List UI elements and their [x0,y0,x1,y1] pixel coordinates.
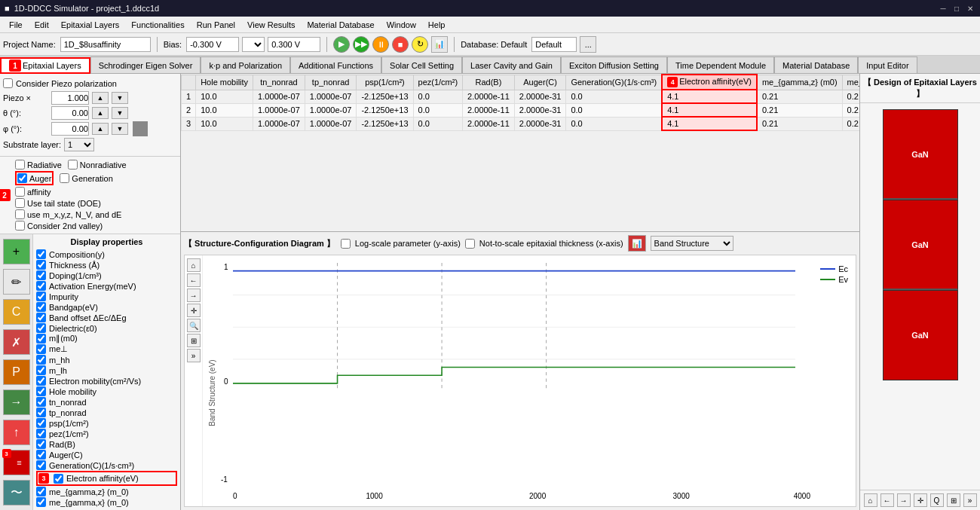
prop-checkbox-0[interactable] [36,249,46,259]
prop-checkbox-15[interactable] [36,408,46,417]
menu-functionalities[interactable]: Functionalities [125,19,190,31]
grid-icon[interactable]: ⊞ [187,334,201,347]
arrow-left-icon[interactable]: ← [187,273,201,287]
prop-checkbox-20[interactable] [36,460,46,470]
data-table-container[interactable]: Hole mobilitytn_nonradtp_nonradpsp(1/cm²… [181,74,859,232]
prop-checkbox-13[interactable] [36,386,46,396]
nonradiative-checkbox[interactable] [68,160,78,169]
wave-icon[interactable]: 〜 [3,480,30,505]
menu-help[interactable]: Help [422,19,452,31]
tab-epitaxial-layers[interactable]: 1 Epitaxial Layers [0,57,90,74]
p-icon[interactable]: P [3,359,30,385]
tab-exciton-diffusion[interactable]: Exciton Diffusion Setting [561,56,667,73]
crosshair-icon[interactable]: ✛ [187,304,201,317]
database-input[interactable] [531,37,577,52]
tab-laser-cavity[interactable]: Laser Cavity and Gain [462,56,561,73]
generation-checkbox[interactable] [60,173,69,183]
right-more-icon[interactable]: » [963,493,977,507]
prop-checkbox-9[interactable] [36,344,46,354]
prop-checkbox-8[interactable] [36,334,46,344]
piezo-x-input[interactable] [51,91,89,105]
tab-solar-cell[interactable]: Solar Cell Setting [381,56,462,73]
tab-kp-polarization[interactable]: k·p and Polarization [201,56,290,73]
phi-down[interactable]: ▼ [112,123,128,135]
affinity-checkbox[interactable] [15,187,25,197]
prop-checkbox-5[interactable] [36,302,46,312]
not-to-scale-checkbox[interactable] [465,239,475,249]
stop-button[interactable]: ■ [392,36,409,53]
prop-checkbox-1[interactable] [36,260,46,270]
theta-input[interactable] [51,106,89,120]
pause-button[interactable]: ⏸ [372,36,389,53]
more-icon[interactable]: » [187,349,201,362]
prop-checkbox-6[interactable] [36,313,46,322]
consider-piezo-checkbox[interactable] [3,78,13,88]
prop-checkbox-18[interactable] [36,439,46,449]
bias-to-input[interactable] [268,37,320,52]
right-crosshair-icon[interactable]: ✛ [914,493,927,507]
menu-window[interactable]: Window [381,19,422,31]
right-grid-icon[interactable]: ⊞ [947,493,960,507]
prop-checkbox-4[interactable] [36,292,46,301]
c-icon[interactable]: C [3,299,30,325]
arrow-right-nav-icon[interactable]: → [187,289,201,302]
prop-checkbox-23[interactable] [36,497,46,507]
prop-checkbox-22[interactable] [36,487,46,496]
right-zoom-icon[interactable]: Q [930,493,944,507]
zoom-icon[interactable]: 🔍 [187,319,201,332]
prop-checkbox-19[interactable] [36,450,46,460]
prop-checkbox-10[interactable] [36,355,46,365]
run-all-button[interactable]: ▶▶ [353,36,369,53]
menu-run-panel[interactable]: Run Panel [191,19,241,31]
minimize-button[interactable]: ─ [938,3,948,14]
prop-checkbox-12[interactable] [36,376,46,386]
arrow-up-icon[interactable]: ↑ [3,420,30,445]
run-button[interactable]: ▶ [333,36,350,53]
prop-checkbox-2[interactable] [36,270,46,280]
menu-material-database[interactable]: Material Database [301,19,380,31]
chart-button[interactable]: 📊 [431,36,448,53]
tab-additional-functions[interactable]: Additional Functions [290,56,381,73]
marker-3-icon[interactable]: 3 ≡ [3,450,30,475]
menu-view-results[interactable]: View Results [241,19,301,31]
auger-checkbox[interactable] [17,173,27,183]
tab-time-dependent[interactable]: Time Dependent Module [667,56,774,73]
project-name-input[interactable] [60,37,151,52]
tab-input-editor[interactable]: Input Editor [858,56,917,73]
view-selector[interactable]: Band Structure [651,236,733,251]
menu-edit[interactable]: Edit [29,19,55,31]
substrate-select[interactable]: 1 [64,138,94,151]
color-picker[interactable] [133,121,148,136]
prop-checkbox-14[interactable] [36,397,46,407]
diagram-chart-button[interactable]: 📊 [628,235,646,252]
maximize-button[interactable]: □ [951,3,962,14]
prop-checkbox-11[interactable] [36,365,46,375]
bias-direction-select[interactable] [242,37,265,52]
database-browse-button[interactable]: ... [580,36,596,53]
close-button[interactable]: ✕ [965,3,975,14]
home-icon[interactable]: ⌂ [187,258,201,272]
log-scale-checkbox[interactable] [341,239,351,249]
second-valley-checkbox[interactable] [15,221,25,231]
phi-up[interactable]: ▲ [92,123,109,135]
phi-input[interactable] [51,122,89,136]
menu-file[interactable]: File [3,19,29,31]
theta-up[interactable]: ▲ [92,107,109,119]
menu-epitaxial-layers[interactable]: Epitaxial Layers [55,19,126,31]
right-left-icon[interactable]: ← [880,493,894,507]
right-home-icon[interactable]: ⌂ [864,493,877,507]
prop-checkbox-16[interactable] [36,418,46,428]
bias-from-input[interactable] [186,37,239,52]
tail-state-checkbox[interactable] [15,198,25,208]
piezo-x-up[interactable]: ▲ [92,92,109,104]
step-button[interactable]: ↻ [412,36,428,53]
use-m-checkbox[interactable] [15,209,25,219]
tab-schrodinger[interactable]: Schrodinger Eigen Solver [90,56,201,73]
prop-checkbox-7[interactable] [36,323,46,333]
edit-layer-icon[interactable]: ✏ [3,269,30,295]
prop-checkbox-3[interactable] [36,281,46,291]
add-layer-icon[interactable]: + [3,239,30,264]
x-icon[interactable]: ✗ [3,329,30,355]
theta-down[interactable]: ▼ [112,107,128,119]
right-right-icon[interactable]: → [897,493,911,507]
